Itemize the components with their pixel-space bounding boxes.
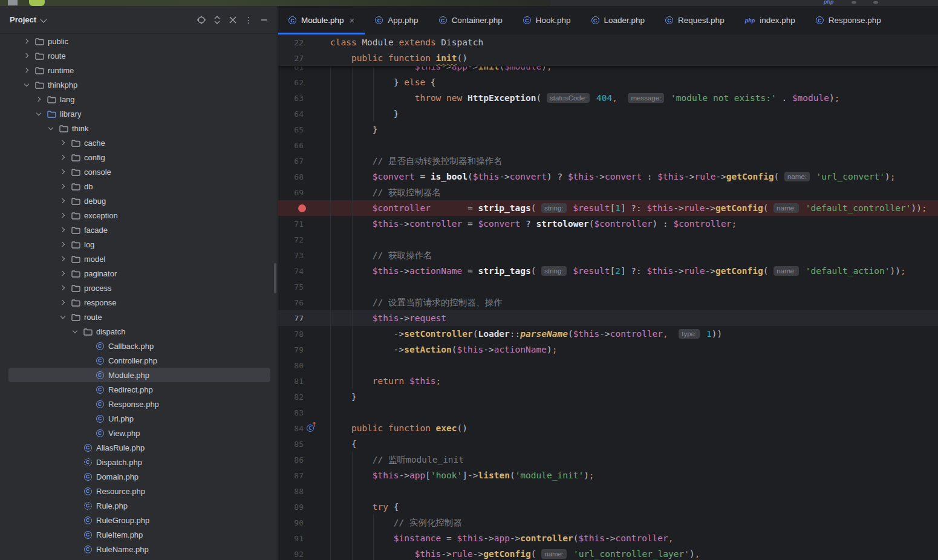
code-line-67[interactable]: 67 // 是否自动转换控制器和操作名 — [278, 153, 938, 169]
code-line-84[interactable]: 84C↑ public function exec() — [278, 420, 938, 436]
tree-item-debug[interactable]: debug — [0, 194, 278, 208]
tree-item-callback-php[interactable]: CCallback.php — [0, 339, 278, 353]
line-number[interactable]: 65 — [278, 125, 304, 134]
tab-hook-php[interactable]: CHook.php — [513, 6, 581, 34]
code-line-92[interactable]: 92 $this->rule->getConfig( name: 'url_co… — [278, 546, 938, 560]
tree-item-lang[interactable]: lang — [0, 92, 278, 106]
code-line-74[interactable]: 74 $this->actionName = strip_tags( strin… — [278, 263, 938, 279]
line-number[interactable]: 88 — [278, 487, 304, 496]
code-line-64[interactable]: 64 } — [278, 106, 938, 122]
line-number[interactable]: 22 — [278, 38, 304, 47]
line-number[interactable]: 85 — [278, 440, 304, 449]
chevron-right-icon[interactable] — [22, 36, 31, 46]
code-line-65[interactable]: 65 } — [278, 122, 938, 137]
tree-item-db[interactable]: db — [0, 179, 278, 194]
line-number[interactable]: 84 — [278, 424, 304, 433]
line-number[interactable]: 74 — [278, 267, 304, 276]
code-line-75[interactable]: 75 — [278, 279, 938, 295]
code-line-68[interactable]: 68 $convert = is_bool($this->convert) ? … — [278, 169, 938, 184]
collapse-icon[interactable] — [228, 15, 238, 25]
tree-item-process[interactable]: process — [0, 281, 278, 295]
chevron-right-icon[interactable] — [58, 210, 68, 220]
line-number[interactable]: 78 — [278, 330, 304, 339]
code-line-22[interactable]: 22class Module extends Dispatch — [278, 34, 938, 50]
project-title[interactable]: Project — [10, 15, 36, 24]
line-number[interactable]: 72 — [278, 235, 304, 244]
code-line-72[interactable]: 72 — [278, 232, 938, 247]
tab-container-php[interactable]: CContainer.php — [429, 6, 513, 34]
line-number[interactable]: 27 — [278, 54, 304, 63]
tree-item-exception[interactable]: exception — [0, 208, 278, 223]
tree-item-dispatch[interactable]: dispatch — [0, 324, 278, 339]
code-line-66[interactable]: 66 — [278, 137, 938, 153]
code-line-79[interactable]: 79 ->setAction($this->actionName); — [278, 342, 938, 357]
line-number[interactable]: 79 — [278, 345, 304, 354]
line-number[interactable]: 67 — [278, 157, 304, 166]
tree-item-model[interactable]: model — [0, 252, 278, 266]
code-line-81[interactable]: 81 return $this; — [278, 373, 938, 389]
chevron-right-icon[interactable] — [58, 254, 68, 264]
chevron-right-icon[interactable] — [58, 196, 68, 206]
tree-item-aliasrule-php[interactable]: CAliasRule.php — [0, 440, 278, 455]
line-number[interactable]: 82 — [278, 392, 304, 402]
tree-item-rulename-php[interactable]: CRuleName.php — [0, 542, 278, 556]
tree-item-redirect-php[interactable]: CRedirect.php — [0, 382, 278, 397]
code-line-91[interactable]: 91 $instance = $this->app->controller($t… — [278, 530, 938, 546]
tree-item-module-php[interactable]: CModule.php — [0, 368, 278, 382]
code-line-88[interactable]: 88 — [278, 483, 938, 499]
line-number[interactable]: 80 — [278, 361, 304, 370]
line-number[interactable]: 92 — [278, 550, 304, 559]
code-line-85[interactable]: 85 { — [278, 436, 938, 452]
line-number[interactable]: 83 — [278, 408, 304, 417]
tab-module-php[interactable]: CModule.php× — [278, 6, 365, 34]
more-icon[interactable]: ⋮ — [244, 15, 253, 25]
tree-item-public[interactable]: public — [0, 34, 278, 48]
hide-icon[interactable] — [259, 15, 269, 25]
chevron-right-icon[interactable] — [34, 94, 44, 104]
close-icon[interactable]: × — [350, 16, 355, 25]
chevron-right-icon[interactable] — [58, 298, 68, 307]
line-number[interactable]: 62 — [278, 78, 304, 87]
line-number[interactable]: 76 — [278, 298, 304, 307]
line-number[interactable]: 69 — [278, 188, 304, 197]
tree-item-route[interactable]: route — [0, 310, 278, 324]
code-line-80[interactable]: 80 — [278, 357, 938, 373]
code-line-77[interactable]: 77 $this->request — [278, 310, 938, 326]
chevron-right-icon[interactable] — [22, 51, 31, 60]
code-line-83[interactable]: 83 — [278, 405, 938, 420]
tree-item-think[interactable]: think — [0, 121, 278, 135]
chevron-right-icon[interactable] — [58, 152, 68, 162]
chevron-right-icon[interactable] — [58, 239, 68, 249]
locate-icon[interactable] — [197, 15, 206, 25]
tree-item-config[interactable]: config — [0, 150, 278, 164]
code-line-82[interactable]: 82 } — [278, 389, 938, 405]
line-number[interactable]: 89 — [278, 503, 304, 512]
tree-item-thinkphp[interactable]: thinkphp — [0, 77, 278, 92]
tree-item-domain-php[interactable]: CDomain.php — [0, 469, 278, 484]
tab-index-php[interactable]: phpindex.php — [735, 6, 806, 34]
tree-item-paginator[interactable]: paginator — [0, 266, 278, 281]
line-number[interactable]: 75 — [278, 282, 304, 291]
code-line-27[interactable]: 27 public function init() — [278, 50, 938, 66]
tree-item-cache[interactable]: cache — [0, 135, 278, 150]
tree-item-log[interactable]: log — [0, 237, 278, 252]
expand-icon[interactable] — [212, 15, 222, 25]
chevron-down-icon[interactable] — [70, 327, 80, 336]
code-editor[interactable]: 61 $this->app->init($module);62 } else {… — [278, 34, 938, 560]
code-line-63[interactable]: 63 throw new HttpException( statusCode: … — [278, 90, 938, 106]
tree-item-rule-php[interactable]: CRule.php — [0, 498, 278, 513]
tree-scrollbar[interactable] — [274, 263, 276, 293]
tab-response-php[interactable]: CResponse.php — [806, 6, 891, 34]
tab-app-php[interactable]: CApp.php — [365, 6, 428, 34]
code-line-73[interactable]: 73 // 获取操作名 — [278, 247, 938, 263]
chevron-right-icon[interactable] — [58, 138, 68, 148]
line-number[interactable]: 71 — [278, 220, 304, 229]
chevron-right-icon[interactable] — [22, 65, 31, 75]
overrides-method-icon[interactable]: C↑ — [307, 423, 316, 432]
tree-item-rulegroup-php[interactable]: CRuleGroup.php — [0, 513, 278, 527]
tree-item-console[interactable]: console — [0, 164, 278, 179]
tree-item-library[interactable]: library — [0, 106, 278, 121]
tab-loader-php[interactable]: CLoader.php — [581, 6, 656, 34]
line-number[interactable]: 86 — [278, 455, 304, 464]
code-line-86[interactable]: 86 // 监听module_init — [278, 452, 938, 467]
